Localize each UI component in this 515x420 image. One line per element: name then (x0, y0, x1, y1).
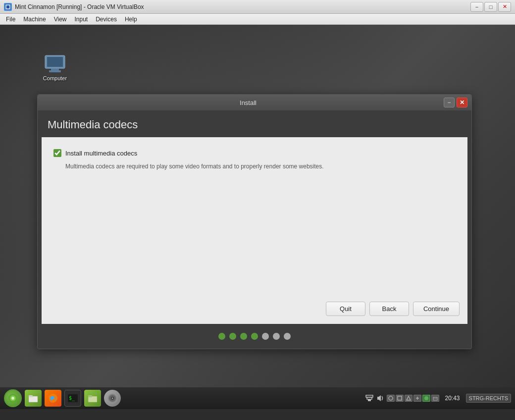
svg-rect-5 (49, 70, 61, 72)
progress-dot-6 (273, 333, 280, 340)
svg-rect-4 (51, 68, 59, 70)
svg-marker-24 (377, 395, 381, 401)
dialog-controls: − ✕ (444, 98, 467, 107)
svg-point-20 (112, 398, 113, 399)
quit-button[interactable]: Quit (326, 302, 365, 316)
install-checkbox-row: Install multimedia codecs (53, 149, 456, 157)
tray-icon-3[interactable] (405, 395, 412, 402)
install-codecs-checkbox[interactable] (53, 149, 61, 157)
vbox-titlebar: Mint Cinnamon [Running] - Oracle VM Virt… (0, 0, 515, 14)
dialog-minimize-button[interactable]: − (444, 98, 455, 107)
minimize-button[interactable]: − (470, 2, 483, 12)
install-dialog: Install − ✕ Multimedia codecs Install mu… (37, 94, 472, 349)
svg-marker-27 (407, 396, 411, 400)
terminal-taskbar-button[interactable]: $_ (64, 390, 81, 407)
taskbar: $_ (0, 387, 515, 409)
menu-input[interactable]: Input (71, 15, 92, 24)
terminal-icon: $_ (68, 394, 78, 402)
tray-icon-2[interactable] (396, 395, 404, 402)
svg-point-25 (389, 396, 393, 400)
dialog-footer: Quit Back Continue (42, 296, 467, 324)
desktop-icon-computer[interactable]: Computer (37, 54, 73, 81)
system-tray (365, 394, 439, 403)
window-controls: − □ ✕ (470, 2, 511, 12)
dialog-content: Install multimedia codecs Multimedia cod… (42, 137, 467, 296)
dialog-header: Multimedia codecs (38, 110, 471, 137)
tray-icon-6[interactable] (431, 395, 439, 402)
mint-logo-icon (8, 393, 18, 403)
file-manager-icon (88, 394, 98, 403)
taskbar-right: 20:43 STRG-RECHTS (365, 394, 511, 403)
vbox-menubar: File Machine View Input Devices Help (0, 14, 515, 25)
virtualbox-icon (4, 3, 12, 11)
network-icon (365, 395, 373, 402)
menu-help[interactable]: Help (121, 15, 141, 24)
dialog-titlebar: Install − ✕ (38, 95, 471, 110)
progress-dot-5 (262, 333, 269, 340)
svg-rect-3 (47, 57, 63, 67)
file-manager-taskbar-button[interactable] (84, 390, 101, 407)
disc-taskbar-button[interactable] (104, 390, 121, 407)
close-button[interactable]: ✕ (498, 2, 511, 12)
tray-icon-4[interactable] (413, 395, 421, 402)
svg-text:$_: $_ (69, 395, 75, 401)
progress-dot-7 (284, 333, 291, 340)
svg-rect-23 (366, 395, 373, 397)
svg-point-30 (424, 396, 428, 400)
svg-rect-31 (433, 397, 437, 400)
firefox-icon (48, 393, 58, 404)
disc-icon (107, 393, 118, 404)
tray-icon-5[interactable] (422, 395, 430, 402)
dialog-header-title: Multimedia codecs (48, 118, 462, 131)
svg-point-8 (11, 397, 14, 400)
restore-button[interactable]: □ (484, 2, 497, 12)
vm-desktop: Computer Install − ✕ Multimedia codecs I… (0, 25, 515, 409)
progress-dot-1 (218, 333, 225, 340)
install-codecs-label[interactable]: Install multimedia codecs (65, 150, 137, 157)
svg-rect-16 (88, 395, 92, 397)
strg-badge: STRG-RECHTS (466, 394, 511, 403)
progress-dot-2 (229, 333, 236, 340)
svg-rect-10 (29, 395, 33, 397)
network-tray-icon[interactable] (365, 394, 374, 403)
volume-icon (376, 395, 384, 402)
back-button[interactable]: Back (369, 302, 409, 316)
computer-icon-label: Computer (43, 75, 67, 81)
files-icon (28, 394, 38, 403)
menu-view[interactable]: View (50, 15, 71, 24)
progress-dots (42, 324, 467, 349)
mint-start-button[interactable] (4, 389, 22, 407)
extra-tray-icons (387, 395, 439, 402)
menu-machine[interactable]: Machine (19, 15, 50, 24)
dialog-title: Install (52, 99, 444, 106)
system-clock: 20:43 (443, 395, 462, 402)
menu-devices[interactable]: Devices (92, 15, 121, 24)
dialog-close-button[interactable]: ✕ (457, 98, 467, 107)
taskbar-left: $_ (4, 389, 121, 407)
vbox-title-left: Mint Cinnamon [Running] - Oracle VM Virt… (4, 3, 144, 11)
tray-icon-1[interactable] (387, 395, 395, 402)
svg-rect-26 (398, 396, 402, 400)
window-title: Mint Cinnamon [Running] - Oracle VM Virt… (15, 3, 144, 10)
progress-dot-3 (240, 333, 247, 340)
menu-file[interactable]: File (2, 15, 19, 24)
firefox-taskbar-button[interactable] (45, 390, 61, 407)
continue-button[interactable]: Continue (413, 302, 460, 316)
progress-dot-4 (251, 333, 258, 340)
computer-icon (43, 54, 67, 73)
files-taskbar-button[interactable] (25, 390, 42, 407)
volume-tray-icon[interactable] (376, 394, 385, 403)
codecs-description: Multimedia codecs are required to play s… (65, 162, 456, 171)
